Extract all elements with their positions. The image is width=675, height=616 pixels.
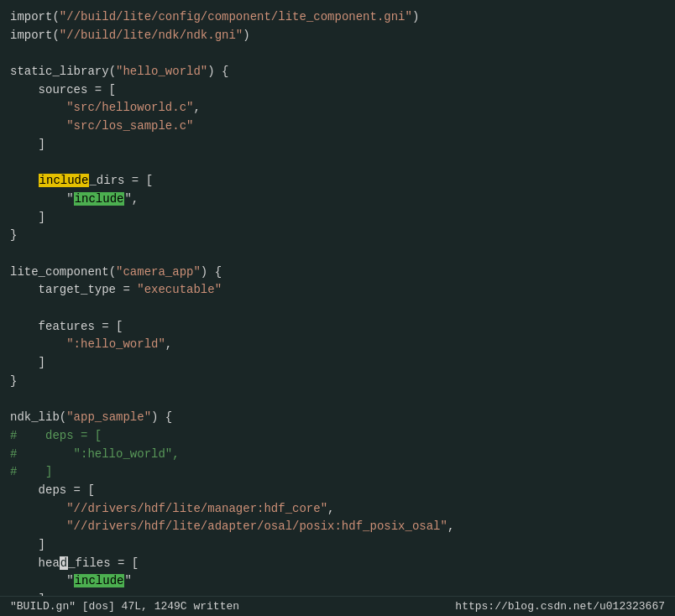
code-line-26: # ]: [10, 463, 665, 482]
code-line-9: [10, 154, 665, 173]
code-line-2: import("//build/lite/ndk/ndk.gni"): [10, 27, 665, 45]
code-line-10: include_dirs = [: [10, 172, 665, 191]
code-line-32: "include": [10, 572, 665, 591]
status-left: "BUILD.gn" [dos] 47L, 1249C written: [10, 600, 239, 613]
status-bar: "BUILD.gn" [dos] 47L, 1249C written http…: [0, 596, 675, 616]
highlight-include-str-2: include: [74, 574, 125, 587]
code-line-24: # deps = [: [10, 427, 665, 446]
code-line-6: "src/helloworld.c",: [10, 99, 665, 117]
code-line-8: ]: [10, 136, 665, 154]
code-line-12: ]: [10, 209, 665, 227]
status-right: https://blog.csdn.net/u012323667: [455, 600, 665, 613]
code-line-15: lite_component("camera_app") {: [10, 264, 665, 282]
code-line-7: "src/los_sample.c": [10, 117, 665, 136]
code-line-25: # ":hello_world",: [10, 446, 665, 464]
code-line-28: "//drivers/hdf/lite/manager:hdf_core",: [10, 500, 665, 519]
code-line-1: import("//build/lite/config/component/li…: [10, 8, 665, 27]
code-line-11: "include",: [10, 191, 665, 209]
code-line-27: deps = [: [10, 482, 665, 500]
code-line-30: ]: [10, 536, 665, 555]
highlight-include-str-1: include: [74, 192, 125, 206]
code-line-20: ]: [10, 354, 665, 373]
code-line-13: }: [10, 227, 665, 245]
code-line-4: static_library("hello_world") {: [10, 63, 665, 81]
highlight-include-1: include: [39, 174, 90, 187]
code-editor: import("//build/lite/config/component/li…: [0, 0, 675, 596]
code-line-14: [10, 245, 665, 264]
code-line-29: "//drivers/hdf/lite/adapter/osal/posix:h…: [10, 518, 665, 536]
code-line-21: }: [10, 373, 665, 391]
code-line-31: head_files = [: [10, 555, 665, 573]
code-line-18: features = [: [10, 318, 665, 337]
code-line-23: ndk_lib("app_sample") {: [10, 409, 665, 427]
code-line-17: [10, 300, 665, 318]
code-line-16: target_type = "executable": [10, 281, 665, 300]
code-line-3: [10, 44, 665, 63]
code-line-19: ":hello_world",: [10, 336, 665, 354]
code-line-22: [10, 390, 665, 409]
code-line-5: sources = [: [10, 81, 665, 100]
